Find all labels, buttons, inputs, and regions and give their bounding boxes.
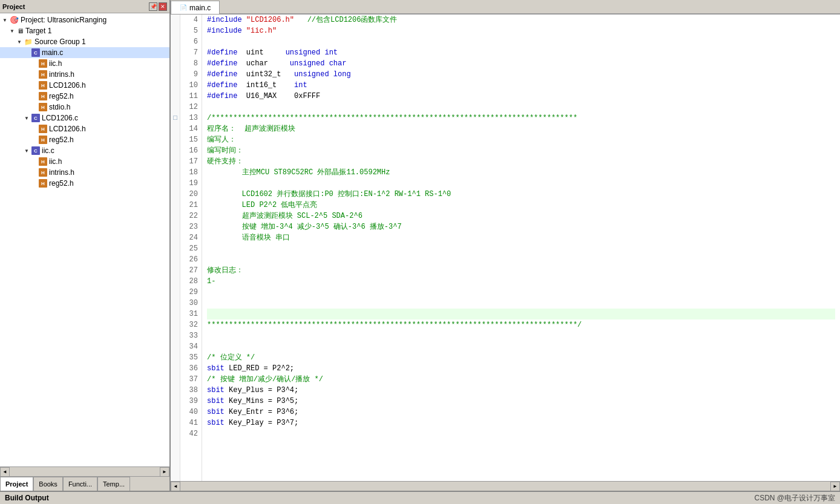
code-line-31[interactable] [207,309,835,319]
editor-scroll-left-arrow[interactable]: ◀ [171,482,180,491]
tree-item-intrins-h2[interactable]: H intrins.h [0,167,169,178]
tree-item-stdio-h[interactable]: H stdio.h [0,102,169,113]
editor-h-scrollbar[interactable]: ◀ ▶ [171,481,840,491]
h-file-badge-intrins: H [39,70,47,79]
code-line-13: /***************************************… [207,113,835,123]
build-output-label: Build Output [5,494,49,502]
main-window: Project 📌 ✕ ▼ 🎯 Project: UltrasonicRangi… [0,0,840,504]
source-group-folder-icon: 📁 [24,38,33,46]
editor-tabs-bar: 📄 main.c [171,0,840,15]
tree-item-project-root[interactable]: ▼ 🎯 Project: UltrasonicRanging [0,15,169,25]
tab-temp-label: Temp... [103,480,125,488]
panel-title: Project [2,3,25,10]
h-scroll-track[interactable] [10,467,160,476]
code-line-34 [207,341,835,352]
scroll-left-arrow[interactable]: ◀ [0,467,10,477]
tree-item-reg52-h[interactable]: H reg52.h [0,91,169,102]
editor-tab-main-c[interactable]: 📄 main.c [171,1,220,14]
stdio-h-label: stdio.h [49,103,70,111]
code-line-12 [207,102,835,113]
code-line-8: #define uchar unsigned char [207,58,835,69]
code-line-33 [207,330,835,341]
editor-h-scroll-track[interactable] [180,482,830,491]
code-line-27: 修改日志： [207,265,835,276]
tree-item-reg52-h2[interactable]: H reg52.h [0,134,169,145]
project-icon: 🎯 [10,16,19,24]
tab-functi[interactable]: Functi... [63,477,97,491]
c-file-badge-lcd1206: C [31,114,40,122]
tab-file-icon: 📄 [180,4,187,11]
reg52-h-label: reg52.h [49,92,74,100]
status-right-info: CSDN @电子设计万事室 [754,493,835,503]
close-button[interactable]: ✕ [159,2,167,11]
code-line-6 [207,36,835,47]
c-file-badge-main: C [31,48,40,57]
code-line-21: LED P2^2 低电平点亮 [207,200,835,211]
code-editor-area[interactable]: □ 4 5 6 [171,15,840,481]
panel-h-scrollbar[interactable]: ◀ ▶ [0,466,169,476]
h-file-badge-reg52: H [39,92,47,100]
code-line-42 [207,428,835,439]
code-line-22: 超声波测距模块 SCL-2^5 SDA-2^6 [207,211,835,221]
pin-button[interactable]: 📌 [149,2,157,11]
code-line-26 [207,254,835,265]
project-tree: ▼ 🎯 Project: UltrasonicRanging ▼ 🖥 Targe… [0,13,169,466]
tab-project[interactable]: Project [0,477,33,491]
code-line-41: sbit Key_Play = P3^7; [207,417,835,428]
tree-item-iic-c[interactable]: ▼ C iic.c [0,145,169,156]
code-line-37: /* 按键 增加/减少/确认/播放 */ [207,374,835,385]
editor-panel: 📄 main.c □ [171,0,840,491]
code-line-30 [207,298,835,309]
target1-label: Target 1 [25,27,51,35]
tree-item-lcd1206-h2[interactable]: H LCD1206.h [0,123,169,134]
build-output-bar: Build Output CSDN @电子设计万事室 [0,491,840,504]
h-file-badge-lcd: H [39,81,47,90]
code-line-17: 硬件支持： [207,156,835,167]
code-line-4: #include "LCD1206.h" //包含LCD1206函数库文件 [207,15,835,25]
reg52-h3-label: reg52.h [49,179,74,188]
tree-item-main-c[interactable]: C main.c [0,47,169,58]
code-line-5: #include "iic.h" [207,25,835,36]
marker-column: □ [171,15,180,481]
tree-item-iic-h2[interactable]: H iic.h [0,156,169,167]
tree-item-reg52-h3[interactable]: H reg52.h [0,178,169,189]
h-file-badge-intrins2: H [39,168,47,177]
editor-tab-main-c-label: main.c [189,4,211,12]
tree-item-source-group-1[interactable]: ▼ 📁 Source Group 1 [0,36,169,47]
h-file-badge-iic2: H [39,157,47,166]
intrins-h-label: intrins.h [49,70,74,79]
reg52-h2-label: reg52.h [49,136,74,144]
lcd1206-h2-label: LCD1206.h [49,125,86,133]
collapse-marker-32[interactable] [171,341,180,352]
panel-bottom-tabs: Project Books Functi... Temp... [0,476,169,491]
editor-scroll-right-arrow[interactable]: ▶ [830,482,840,491]
lcd1206-c-label: LCD1206.c [42,114,78,122]
iic-h2-label: iic.h [49,157,62,166]
code-line-18: 主控MCU ST89C52RC 外部晶振11.0592MHz [207,167,835,178]
c-file-badge-iic: C [31,146,40,155]
code-line-9: #define uint32_t unsigned long [207,69,835,80]
collapse-marker-13[interactable]: □ [171,113,180,123]
code-content[interactable]: #include "LCD1206.h" //包含LCD1206函数库文件 #i… [202,15,840,481]
tab-books[interactable]: Books [33,477,63,491]
iic-c-label: iic.c [42,146,54,155]
tree-item-lcd1206-c[interactable]: ▼ C LCD1206.c [0,113,169,123]
tree-item-intrins-h[interactable]: H intrins.h [0,69,169,80]
panel-header-buttons: 📌 ✕ [149,2,167,11]
iic-h-label: iic.h [49,59,62,68]
tree-item-target1[interactable]: ▼ 🖥 Target 1 [0,25,169,36]
tree-item-iic-h[interactable]: H iic.h [0,58,169,69]
collapse-arrow-iic-c: ▼ [24,148,31,154]
project-panel: Project 📌 ✕ ▼ 🎯 Project: UltrasonicRangi… [0,0,171,491]
tree-item-lcd1206-h[interactable]: H LCD1206.h [0,80,169,91]
code-line-32: ****************************************… [207,319,835,330]
code-line-40: sbit Key_Entr = P3^6; [207,407,835,417]
tab-project-label: Project [5,480,28,488]
collapse-arrow-sg1: ▼ [17,39,24,45]
main-c-label: main.c [42,48,63,57]
code-line-10: #define int16_t int [207,80,835,91]
collapse-arrow-lcd1206-c: ▼ [24,116,31,121]
tab-temp[interactable]: Temp... [97,477,130,491]
scroll-right-arrow[interactable]: ▶ [160,467,169,477]
h-file-badge-reg52-3: H [39,179,47,188]
